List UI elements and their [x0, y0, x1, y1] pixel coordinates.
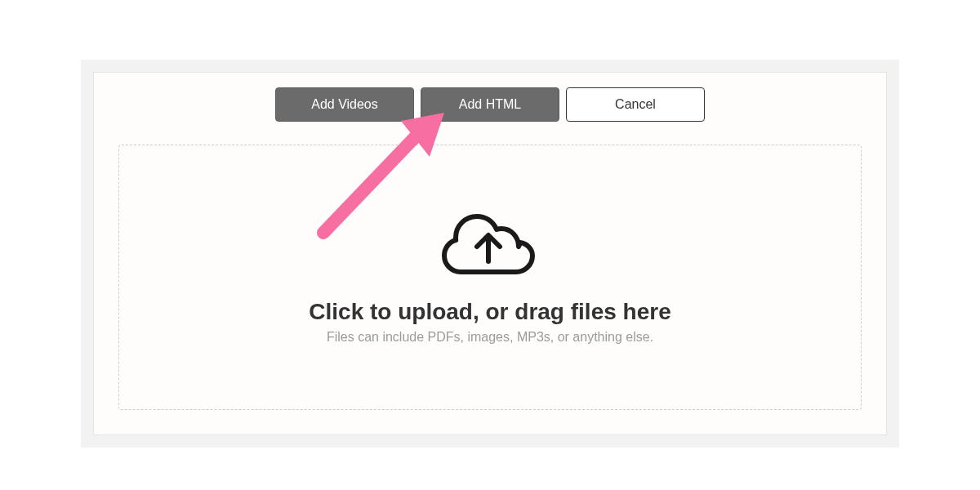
action-button-row: Add Videos Add HTML Cancel [275, 87, 705, 122]
upload-dropzone[interactable]: Click to upload, or drag files here File… [118, 145, 862, 410]
add-videos-button[interactable]: Add Videos [275, 87, 414, 122]
cloud-upload-icon [441, 211, 539, 284]
dropzone-heading: Click to upload, or drag files here [309, 299, 670, 325]
dropzone-subtext: Files can include PDFs, images, MP3s, or… [327, 330, 653, 345]
cancel-button[interactable]: Cancel [566, 87, 705, 122]
upload-panel: Add Videos Add HTML Cancel Click to uplo… [93, 72, 887, 435]
outer-frame: Add Videos Add HTML Cancel Click to uplo… [81, 60, 899, 448]
add-html-button[interactable]: Add HTML [421, 87, 559, 122]
